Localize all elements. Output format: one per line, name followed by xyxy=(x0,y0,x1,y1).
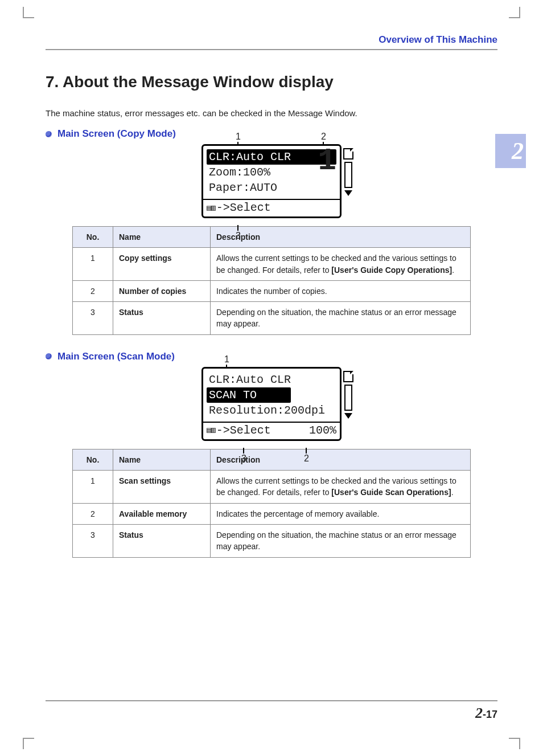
callout-1: 1 xyxy=(236,132,241,142)
lcd-line-1: CLR:Auto CLR xyxy=(207,149,336,165)
cell-no: 3 xyxy=(73,302,113,335)
table-row: 3 Status Depending on the situation, the… xyxy=(73,524,471,557)
cell-name: Copy settings xyxy=(113,248,211,281)
subheading-copy-mode: Main Screen (Copy Mode) xyxy=(46,128,497,140)
cell-desc: Allows the current settings to be checke… xyxy=(211,471,471,504)
down-triangle-icon xyxy=(344,413,352,419)
document-icon xyxy=(343,371,353,382)
th-desc: Description xyxy=(211,449,471,470)
subheading-scan-mode: Main Screen (Scan Mode) xyxy=(46,351,497,362)
crop-mark xyxy=(519,738,520,749)
callout-2: 2 xyxy=(321,132,326,142)
page-title: 7. About the Message Window display xyxy=(46,73,497,91)
cell-no: 1 xyxy=(73,248,113,281)
nav-keys-icon: ▤▥ xyxy=(207,426,215,434)
cell-name: Scan settings xyxy=(113,471,211,504)
memory-percent: 100% xyxy=(309,424,336,437)
subheading-label: Main Screen (Scan Mode) xyxy=(57,351,175,362)
crop-mark xyxy=(519,7,520,18)
th-name: Name xyxy=(113,227,211,248)
table-row: 2 Number of copies Indicates the number … xyxy=(73,280,471,301)
scan-table: No. Name Description 1 Scan settings All… xyxy=(72,449,471,558)
cell-name: Status xyxy=(113,524,211,557)
intro-text: The machine status, error messages etc. … xyxy=(46,108,497,118)
cell-no: 2 xyxy=(73,503,113,524)
cell-desc: Depending on the situation, the machine … xyxy=(211,524,471,557)
footer-chapter: 2 xyxy=(475,705,483,721)
lcd-line-2: Zoom:100% xyxy=(207,165,336,180)
callout-2: 2 xyxy=(304,453,309,464)
crop-mark xyxy=(23,738,34,739)
chapter-tab: 2 xyxy=(495,134,526,168)
cell-name: Status xyxy=(113,302,211,335)
th-no: No. xyxy=(73,449,113,470)
crop-mark xyxy=(23,17,34,18)
page-footer: 2-17 xyxy=(46,700,497,722)
cell-no: 2 xyxy=(73,280,113,301)
status-text: ->Select xyxy=(216,424,271,437)
cell-desc: Indicates the percentage of memory avail… xyxy=(211,503,471,524)
cell-name: Number of copies xyxy=(113,280,211,301)
lcd-status-line: ▤▥ ->Select 100% xyxy=(203,423,340,439)
table-row: 2 Available memory Indicates the percent… xyxy=(73,503,471,524)
crop-mark xyxy=(509,17,520,18)
cell-no: 1 xyxy=(73,471,113,504)
lcd-side-icons xyxy=(342,148,355,196)
lcd-line-3: Paper:AUTO xyxy=(207,180,336,195)
scroll-bar-icon xyxy=(344,385,352,411)
subheading-label: Main Screen (Copy Mode) xyxy=(57,128,176,140)
down-triangle-icon xyxy=(344,190,352,196)
cell-desc: Indicates the number of copies. xyxy=(211,280,471,301)
lcd-line-3: Resolution:200dpi xyxy=(207,403,336,418)
cell-desc: Depending on the situation, the machine … xyxy=(211,302,471,335)
lcd-side-icons xyxy=(342,371,355,419)
document-icon xyxy=(343,148,353,160)
th-desc: Description xyxy=(211,227,471,248)
th-no: No. xyxy=(73,227,113,248)
lcd-line-2: SCAN TO xyxy=(207,387,291,403)
table-row: 1 Copy settings Allows the current setti… xyxy=(73,248,471,281)
footer-page: 17 xyxy=(486,709,497,720)
callout-3: 3 xyxy=(236,231,241,241)
lcd-line-1: CLR:Auto CLR xyxy=(207,372,336,387)
bullet-icon xyxy=(46,131,52,137)
cell-desc: Allows the current settings to be checke… xyxy=(211,248,471,281)
copy-table: No. Name Description 1 Copy settings All… xyxy=(72,226,471,335)
callout-1: 1 xyxy=(224,354,229,365)
copy-panel-figure: 1 2 3 CLR:Auto CLR Zoom:100% xyxy=(46,144,497,218)
th-name: Name xyxy=(113,449,211,470)
status-text: ->Select xyxy=(216,201,271,214)
cell-name: Available memory xyxy=(113,503,211,524)
lcd-screen: CLR:Auto CLR SCAN TO Resolution:200dpi ▤… xyxy=(201,367,342,441)
page: Overview of This Machine 2 7. About the … xyxy=(0,0,543,756)
table-row: 1 Scan settings Allows the current setti… xyxy=(73,471,471,504)
crop-mark xyxy=(23,738,24,749)
lcd-screen: CLR:Auto CLR Zoom:100% Paper:AUTO 1 ▤▥ -… xyxy=(201,144,342,218)
copies-big-number: 1 xyxy=(318,146,336,177)
nav-keys-icon: ▤▥ xyxy=(207,204,215,212)
lcd-status-line: ▤▥ ->Select xyxy=(203,200,340,216)
running-title: Overview of This Machine xyxy=(46,34,497,50)
bullet-icon xyxy=(46,353,52,359)
scan-panel-figure: 1 2 3 CLR:Auto CLR SCAN TO xyxy=(46,367,497,441)
crop-mark xyxy=(23,7,24,18)
cell-no: 3 xyxy=(73,524,113,557)
scroll-bar-icon xyxy=(344,162,352,188)
crop-mark xyxy=(509,738,520,739)
callout-3: 3 xyxy=(241,453,246,464)
table-row: 3 Status Depending on the situation, the… xyxy=(73,302,471,335)
